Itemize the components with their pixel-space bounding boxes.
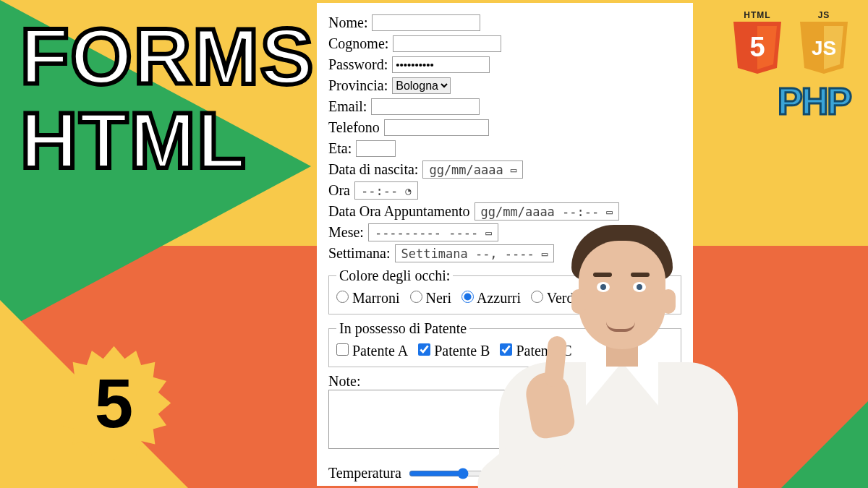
- eyes-radio-neri[interactable]: [410, 291, 422, 303]
- data-ora-label: Data Ora Appuntamento: [328, 203, 470, 220]
- password-input[interactable]: [392, 56, 490, 73]
- title-line-1: FORMS: [20, 14, 315, 98]
- php-label: PHP: [778, 80, 851, 123]
- nome-label: Nome:: [328, 14, 367, 31]
- cognome-input[interactable]: [393, 35, 501, 52]
- badge-number: 5: [95, 364, 133, 443]
- eyes-radio-marroni[interactable]: [336, 291, 349, 303]
- ora-input[interactable]: --:-- ◔: [354, 181, 418, 200]
- html5-shield-icon: 5: [729, 22, 786, 74]
- data-nascita-input[interactable]: gg/mm/aaaa ▭: [422, 160, 523, 179]
- nome-input[interactable]: [372, 14, 480, 31]
- html5-badge: HTML 5: [729, 10, 786, 74]
- calendar-icon: ▭: [606, 206, 612, 218]
- js-label: JS: [818, 10, 830, 20]
- svg-text:JS: JS: [812, 37, 836, 59]
- js-badge: JS JS: [796, 10, 852, 74]
- html5-label: HTML: [744, 10, 770, 20]
- patente-b-checkbox[interactable]: [418, 343, 430, 356]
- eta-label: Eta:: [328, 140, 352, 157]
- mese-label: Mese:: [328, 224, 364, 241]
- data-nascita-label: Data di nascita:: [328, 161, 418, 178]
- tech-badges: HTML 5 JS JS: [729, 10, 852, 74]
- email-input[interactable]: [371, 98, 480, 115]
- star-badge: 5: [51, 340, 177, 466]
- patente-a-checkbox[interactable]: [336, 343, 349, 356]
- eyes-legend: Colore degli occhi:: [336, 267, 453, 284]
- ora-label: Ora: [328, 182, 350, 199]
- temperatura-label: Temperatura: [328, 465, 401, 481]
- mese-input[interactable]: --------- ---- ▭: [368, 223, 498, 241]
- presenter-photo: [492, 221, 723, 488]
- js-shield-icon: JS: [796, 22, 852, 74]
- provincia-select[interactable]: Bologna: [392, 77, 451, 94]
- telefono-input[interactable]: [384, 119, 489, 136]
- svg-text:5: 5: [749, 32, 765, 62]
- settimana-label: Settimana:: [328, 245, 391, 262]
- calendar-icon: ▭: [511, 164, 516, 176]
- patente-legend: In possesso di Patente: [336, 320, 469, 337]
- eyes-opt-neri[interactable]: Neri: [410, 290, 452, 307]
- cognome-label: Cognome:: [328, 35, 388, 52]
- title-line-2: HTML: [20, 98, 315, 182]
- provincia-label: Provincia:: [328, 77, 388, 94]
- telefono-label: Telefono: [328, 119, 380, 136]
- patente-b[interactable]: Patente B: [418, 343, 490, 359]
- page-title: FORMS HTML: [20, 14, 315, 181]
- clock-icon: ◔: [405, 185, 411, 197]
- eyes-opt-marroni[interactable]: Marroni: [336, 290, 400, 307]
- eyes-radio-azzurri[interactable]: [461, 291, 474, 303]
- patente-a[interactable]: Patente A: [336, 343, 408, 359]
- data-ora-input[interactable]: gg/mm/aaaa --:-- ▭: [475, 202, 619, 221]
- eta-input[interactable]: [356, 140, 396, 157]
- password-label: Password:: [328, 56, 388, 73]
- email-label: Email:: [328, 98, 367, 115]
- calendar-icon: ▭: [485, 227, 491, 239]
